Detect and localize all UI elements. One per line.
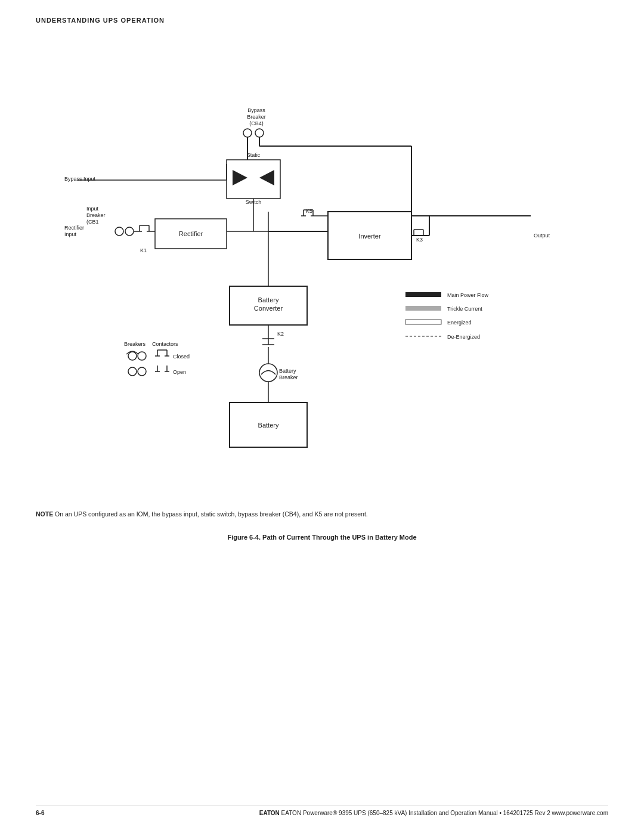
breaker-closed-circle1 bbox=[128, 352, 137, 360]
breaker-open-circle2 bbox=[138, 367, 146, 376]
note-label: NOTE bbox=[36, 510, 53, 518]
rectifier-input-label2: Input bbox=[64, 231, 77, 237]
bypass-input-label: Bypass Input bbox=[64, 176, 96, 182]
battery-breaker-arc bbox=[261, 371, 275, 375]
input-breaker-label2: Breaker bbox=[86, 212, 106, 218]
inverter-label: Inverter bbox=[358, 233, 381, 240]
rectifier-input-label1: Rectifier bbox=[64, 225, 84, 231]
cb1-circle-right bbox=[125, 227, 134, 236]
note-text: On an UPS configured as an IOM, the bypa… bbox=[55, 510, 368, 518]
battery-breaker-label1: Battery bbox=[279, 368, 296, 374]
page-number: 6-6 bbox=[36, 810, 44, 816]
battery-converter-label1: Battery bbox=[258, 296, 279, 304]
input-breaker-label3: (CB1 bbox=[86, 219, 99, 225]
footer-website[interactable]: www.powerware.com bbox=[552, 810, 608, 816]
diagram-area: Main Power Flow Trickle Current Energize… bbox=[36, 60, 608, 501]
static-label: Static bbox=[247, 152, 261, 158]
cb4-circle-right bbox=[255, 129, 264, 137]
footer-center-text: EATON EATON Powerware® 9395 UPS (650–825… bbox=[259, 810, 608, 816]
legend-energized-bar bbox=[405, 320, 441, 324]
bypass-breaker-label2: Breaker bbox=[247, 114, 266, 120]
k2-label: K2 bbox=[277, 331, 284, 337]
battery-breaker-label2: Breaker bbox=[279, 374, 298, 380]
legend-trickle-current-label: Trickle Current bbox=[447, 306, 482, 312]
note-area: NOTE On an UPS configured as an IOM, the… bbox=[36, 510, 608, 519]
legend-de-energized-label: De-Energized bbox=[447, 334, 480, 340]
k1-label: K1 bbox=[140, 247, 147, 253]
figure-caption: Figure 6-4. Path of Current Through the … bbox=[36, 534, 608, 541]
page-header: UNDERSTANDING UPS OPERATION bbox=[36, 17, 165, 24]
page-footer: 6-6 EATON EATON Powerware® 9395 UPS (650… bbox=[36, 806, 608, 816]
closed-label: Closed bbox=[173, 354, 190, 360]
open-label: Open bbox=[173, 369, 186, 375]
input-breaker-label1: Input bbox=[86, 206, 99, 212]
battery-converter-label2: Converter bbox=[254, 305, 283, 312]
bypass-breaker-label3: (CB4) bbox=[249, 120, 264, 126]
cb1-circle-left bbox=[115, 227, 123, 236]
legend-main-power-flow-bar bbox=[405, 292, 441, 297]
legend-trickle-current-bar bbox=[405, 306, 441, 311]
battery-breaker-circle bbox=[259, 364, 277, 382]
bypass-breaker-label: Bypass bbox=[247, 107, 265, 113]
contactors-label: Contactors bbox=[152, 341, 178, 347]
eaton-brand: EATON bbox=[259, 810, 280, 816]
cb4-circle-left bbox=[243, 129, 252, 137]
rectifier-label: Rectifier bbox=[179, 230, 203, 237]
legend-main-power-flow-label: Main Power Flow bbox=[447, 292, 489, 298]
breaker-closed-circle2 bbox=[138, 352, 146, 360]
breaker-open-circle1 bbox=[128, 367, 137, 376]
battery-label: Battery bbox=[258, 422, 279, 429]
k3-label: K3 bbox=[416, 237, 423, 243]
legend-energized-label: Energized bbox=[447, 320, 472, 326]
output-label: Output bbox=[534, 233, 550, 239]
breakers-label: Breakers bbox=[124, 341, 146, 347]
k5-label: K5 bbox=[306, 208, 312, 214]
